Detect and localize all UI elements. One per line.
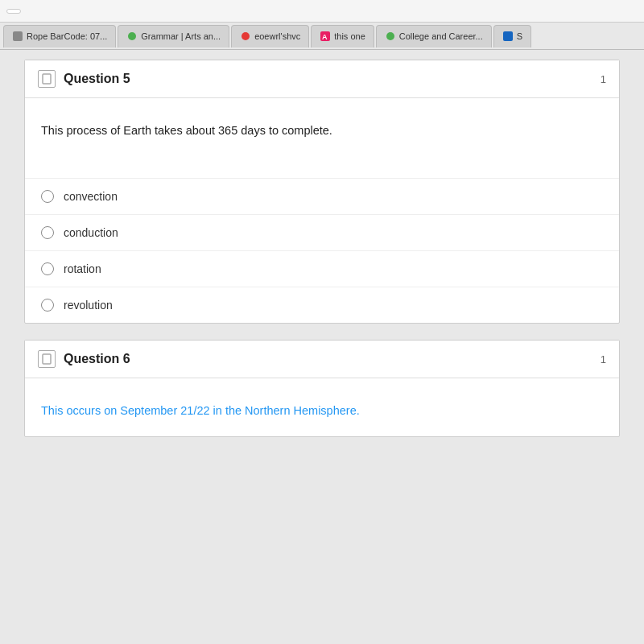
url-bar (0, 0, 644, 23)
answer-option-1-1[interactable]: convection (25, 179, 619, 215)
answer-label-1-4: revolution (64, 299, 113, 312)
question-body-2: This occurs on September 21/22 in the No… (25, 378, 619, 436)
tabs-bar: Rope BarCode: 07...Grammar | Arts an...e… (0, 23, 644, 50)
svg-rect-0 (13, 31, 23, 41)
browser-tab-grammar[interactable]: Grammar | Arts an... (118, 25, 229, 47)
question-title-1: Question 5 (64, 72, 130, 86)
browser-tab-thisone[interactable]: Athis one (311, 25, 374, 47)
question-body-1: This process of Earth takes about 365 da… (25, 98, 619, 179)
question-points-1: 1 (601, 73, 606, 85)
svg-point-1 (128, 32, 136, 40)
answer-label-1-2: conduction (64, 226, 118, 239)
tab-icon-grammar (126, 31, 138, 42)
browser-tab-eoewrl[interactable]: eoewrl'shvc (231, 25, 309, 47)
svg-text:A: A (322, 33, 328, 41)
tab-label-s: S (517, 31, 522, 41)
question-text-2: This occurs on September 21/22 in the No… (41, 402, 603, 420)
tab-icon-rope (12, 31, 23, 42)
svg-rect-8 (43, 354, 51, 364)
question-flag-2[interactable] (38, 350, 56, 368)
question-points-2: 1 (601, 353, 606, 365)
question-text-1: This process of Earth takes about 365 da… (41, 122, 603, 140)
radio-button-1-4[interactable] (41, 299, 54, 312)
question-title-2: Question 6 (64, 352, 130, 366)
tab-label-grammar: Grammar | Arts an... (141, 31, 221, 41)
answer-label-1-3: rotation (64, 262, 101, 275)
svg-rect-6 (503, 31, 513, 41)
question-header-left-2: Question 6 (38, 350, 130, 368)
question-card-1: Question 51This process of Earth takes a… (24, 60, 620, 324)
url-text (6, 9, 21, 14)
browser-tab-s[interactable]: S (493, 25, 531, 47)
answer-option-1-3[interactable]: rotation (25, 251, 619, 287)
content-area: Question 51This process of Earth takes a… (0, 50, 644, 644)
tab-icon-college (385, 31, 396, 42)
tab-icon-eoewrl (240, 31, 251, 42)
tab-icon-s (502, 31, 514, 42)
question-flag-1[interactable] (38, 70, 56, 88)
tab-label-thisone: this one (334, 31, 365, 41)
radio-button-1-3[interactable] (41, 262, 54, 275)
answer-label-1-1: convection (64, 190, 118, 203)
question-header-left-1: Question 5 (38, 70, 130, 88)
tab-label-college: College and Career... (399, 31, 483, 41)
radio-button-1-2[interactable] (41, 226, 54, 239)
tab-label-eoewrl: eoewrl'shvc (254, 31, 300, 41)
browser-tab-rope[interactable]: Rope BarCode: 07... (3, 25, 116, 47)
browser-tab-college[interactable]: College and Career... (376, 25, 492, 47)
svg-point-2 (242, 32, 250, 40)
question-card-2: Question 61This occurs on September 21/2… (24, 340, 620, 437)
tab-icon-thisone: A (320, 31, 331, 42)
svg-rect-7 (43, 74, 51, 84)
question-header-2: Question 61 (25, 341, 619, 378)
tab-label-rope: Rope BarCode: 07... (27, 31, 107, 41)
question-header-1: Question 51 (25, 60, 619, 98)
svg-point-5 (386, 32, 394, 40)
answer-option-1-2[interactable]: conduction (25, 215, 619, 251)
radio-button-1-1[interactable] (41, 190, 54, 203)
quiz-container: Question 51This process of Earth takes a… (16, 60, 628, 437)
answer-option-1-4[interactable]: revolution (25, 287, 619, 323)
